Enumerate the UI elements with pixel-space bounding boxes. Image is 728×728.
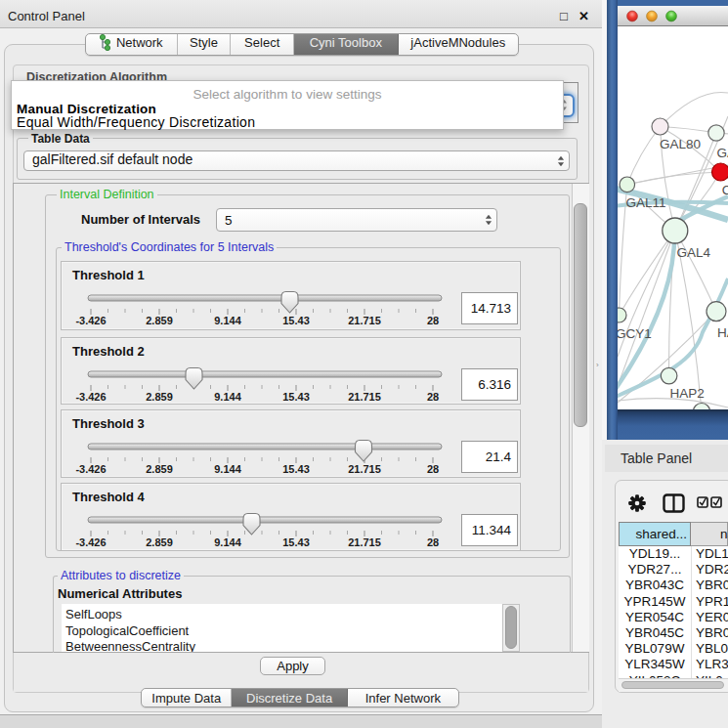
svg-text:-3.426: -3.426 — [75, 391, 106, 403]
svg-text:15.43: 15.43 — [282, 391, 310, 403]
svg-text:28: 28 — [427, 463, 439, 475]
svg-text:2.859: 2.859 — [146, 315, 173, 326]
svg-text:GAL80: GAL80 — [660, 137, 701, 151]
svg-text:15.43: 15.43 — [282, 315, 310, 326]
svg-text:21.715: 21.715 — [348, 536, 381, 548]
svg-text:-3.426: -3.426 — [75, 315, 106, 326]
svg-text:9.144: 9.144 — [214, 536, 241, 548]
svg-text:HAP2: HAP2 — [670, 386, 705, 401]
svg-text:21.715: 21.715 — [348, 463, 381, 475]
svg-text:GAL4: GAL4 — [677, 245, 711, 260]
svg-text:21.715: 21.715 — [348, 391, 381, 403]
svg-text:28: 28 — [427, 391, 439, 403]
svg-text:28: 28 — [427, 315, 439, 326]
svg-text:15.43: 15.43 — [282, 463, 310, 475]
svg-text:HA: HA — [717, 325, 728, 340]
svg-text:2.859: 2.859 — [146, 463, 173, 475]
svg-text:21.715: 21.715 — [348, 315, 381, 326]
svg-text:2.859: 2.859 — [146, 391, 173, 403]
svg-text:15.43: 15.43 — [282, 536, 310, 548]
svg-text:9.144: 9.144 — [214, 391, 241, 403]
svg-text:GAL11: GAL11 — [626, 195, 666, 210]
svg-text:9.144: 9.144 — [214, 463, 241, 475]
svg-text:-3.426: -3.426 — [75, 463, 106, 475]
svg-text:28: 28 — [427, 536, 439, 548]
svg-text:9.144: 9.144 — [214, 315, 241, 326]
svg-text:-3.426: -3.426 — [75, 536, 106, 548]
svg-text:GCY1: GCY1 — [618, 326, 652, 341]
svg-text:CRZ: CRZ — [722, 183, 728, 197]
svg-text:GAL: GAL — [717, 146, 728, 160]
svg-text:2.859: 2.859 — [146, 536, 173, 548]
